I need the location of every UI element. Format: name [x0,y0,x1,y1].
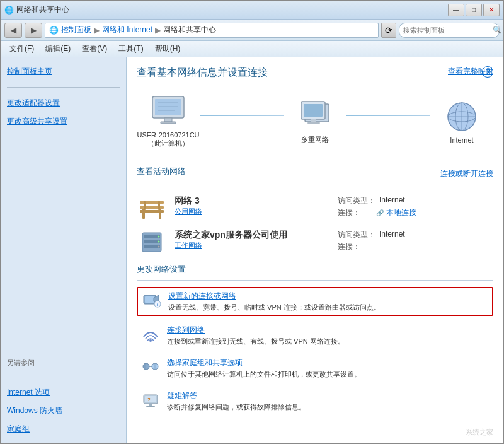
network-icon-2 [137,230,167,255]
svg-rect-27 [144,245,160,248]
setting-icon-2 [140,325,161,342]
main-area: 控制面板主页 更改适配器设置 更改高级共享设置 另请参阅 Internet 选项… [1,57,503,443]
svg-point-29 [158,241,160,243]
network-diagram: USER-20160721CU （此计算机） [137,90,493,153]
svg-rect-21 [159,209,161,219]
setting-content-2: 连接到网络 连接到或重新连接到无线、有线、拨号或 VPN 网络连接。 [167,325,345,346]
computer-icon [148,95,188,129]
network-type-2[interactable]: 工作网络 [175,241,330,250]
setting-icon-4: ? [140,390,161,408]
breadcrumb-part1[interactable]: 控制面板 [61,25,91,35]
access-value-2: Internet [379,230,405,240]
setting-content-3: 选择家庭组和共享选项 访问位于其他网络计算机上的文件和打印机，或更改共享设置。 [167,358,361,379]
setting-item-3: 选择家庭组和共享选项 访问位于其他网络计算机上的文件和打印机，或更改共享设置。 [137,355,493,382]
search-icon: 🔍 [493,26,501,34]
svg-point-28 [158,236,160,238]
connect-disconnect-link[interactable]: 连接或断开连接 [440,168,493,179]
svg-rect-11 [307,122,320,124]
network-info-2: 系统之家vpn服务器公司使用 工作网络 [175,230,330,250]
setting-desc-4: 诊断并修复网络问题，或获得故障排除信息。 [167,402,306,412]
address-bar: ◀ ▶ 🌐 控制面板 ▶ 网络和 Internet ▶ 网络和共享中心 ⟳ 🔍 [1,20,503,41]
setting-item-2: 连接到网络 连接到或重新连接到无线、有线、拨号或 VPN 网络连接。 [137,322,493,349]
setting-item-4: ? 疑难解答 诊断并修复网络问题，或获得故障排除信息。 [137,388,493,414]
title-bar: 🌐 网络和共享中心 — □ ✕ [1,1,503,20]
network-icon-1 [137,196,167,221]
setting-item-1: + 设置新的连接或网络 设置无线、宽带、拨号、临时或 VPN 连接；或设置路由器… [137,287,493,316]
close-button[interactable]: ✕ [483,4,500,16]
svg-rect-22 [144,201,146,210]
svg-rect-9 [304,104,323,117]
connection-icon-1: 🔗 [376,209,384,216]
svg-text:+: + [156,303,159,307]
svg-text:?: ? [147,397,151,402]
sidebar-link-advanced[interactable]: 更改高级共享设置 [7,115,120,128]
setting-desc-3: 访问位于其他网络计算机上的文件和打印机，或更改共享设置。 [167,370,361,379]
back-icon: ◀ [11,26,16,35]
active-networks-line [137,189,493,189]
network-entry-1: 网络 3 公用网络 访问类型： Internet 连接： 🔗 本地连接 [137,196,493,221]
access-type-row-2: 访问类型： Internet [338,230,493,240]
net-node-multi-label: 多重网络 [301,135,329,144]
access-value-1: Internet [379,196,405,206]
svg-rect-23 [158,201,160,210]
setting-link-2[interactable]: 连接到网络 [167,325,205,334]
sidebar-also-see-title: 另请参阅 [7,358,120,368]
setting-content-1: 设置新的连接或网络 设置无线、宽带、拨号、临时或 VPN 连接；或设置路由器或访… [168,291,381,312]
network-details-1: 访问类型： Internet 连接： 🔗 本地连接 [338,196,493,219]
sidebar-link-firewall[interactable]: Windows 防火墙 [7,404,120,418]
breadcrumb-part2[interactable]: 网络和 Internet [102,25,152,35]
content-panel: ? 查看基本网络信息并设置连接 [127,57,503,443]
setting-desc-1: 设置无线、宽带、拨号、临时或 VPN 连接；或设置路由器或访问点。 [168,303,381,312]
menu-file[interactable]: 文件(F) [4,42,39,56]
breadcrumb-sep2: ▶ [155,26,161,35]
setting-link-1[interactable]: 设置新的连接或网络 [168,291,236,300]
forward-button[interactable]: ▶ [25,23,42,38]
svg-rect-19 [140,201,164,204]
back-button[interactable]: ◀ [4,23,22,38]
setting-link-3[interactable]: 选择家庭组和共享选项 [167,358,243,367]
view-complete-map-link[interactable]: 查看完整映射 [448,67,493,76]
network-entry-2: 系统之家vpn服务器公司使用 工作网络 访问类型： Internet 连接： [137,230,493,255]
menu-bar: 文件(F) 编辑(E) 查看(V) 工具(T) 帮助(H) [1,41,503,57]
sidebar-link-adapter[interactable]: 更改适配器设置 [7,96,120,110]
svg-point-37 [143,363,149,370]
breadcrumb-icon: 🌐 [49,26,59,35]
menu-tools[interactable]: 工具(T) [113,42,148,56]
watermark: 系统之家 [466,428,493,437]
sidebar-link-internet-options[interactable]: Internet 选项 [7,386,120,399]
connection-value-container-1: 🔗 本地连接 [376,207,416,218]
network-type-1[interactable]: 公用网络 [175,207,330,216]
search-input[interactable] [403,26,490,34]
network-name-1: 网络 3 [175,196,330,207]
internet-icon [442,100,482,134]
svg-rect-1 [155,99,181,115]
net-node-computer: USER-20160721CU （此计算机） [137,95,200,148]
window-title: 网络和共享中心 [16,4,69,15]
access-type-row-1: 访问类型： Internet [338,196,493,206]
setting-desc-2: 连接到或重新连接到无线、有线、拨号或 VPN 网络连接。 [167,337,345,346]
net-node-internet-label: Internet [450,136,473,144]
connection-row-2: 连接： [338,242,493,252]
title-bar-left: 🌐 网络和共享中心 [4,4,69,15]
connection-label-1: 连接： [338,207,372,218]
access-label-1: 访问类型： [338,196,375,206]
network-name-2: 系统之家vpn服务器公司使用 [175,230,330,241]
svg-rect-41 [145,396,156,402]
minimize-button[interactable]: — [448,4,464,16]
sidebar-link-home[interactable]: 控制面板主页 [7,65,120,78]
maximize-button[interactable]: □ [466,4,482,16]
svg-rect-3 [161,122,176,124]
menu-edit[interactable]: 编辑(E) [40,42,76,56]
svg-rect-25 [144,235,160,238]
menu-help[interactable]: 帮助(H) [150,42,186,56]
refresh-button[interactable]: ⟳ [381,23,396,38]
connection-value-1[interactable]: 本地连接 [386,207,416,218]
sidebar-link-homegroup[interactable]: 家庭组 [7,423,120,436]
active-networks-header: 查看活动网络 连接或断开连接 [137,163,493,184]
svg-rect-43 [149,404,152,406]
menu-view[interactable]: 查看(V) [77,42,112,56]
setting-link-4[interactable]: 疑难解答 [167,391,197,400]
net-node-multi: 多重网络 [284,98,346,144]
svg-rect-2 [164,118,172,122]
breadcrumb: 🌐 控制面板 ▶ 网络和 Internet ▶ 网络和共享中心 [45,23,379,38]
